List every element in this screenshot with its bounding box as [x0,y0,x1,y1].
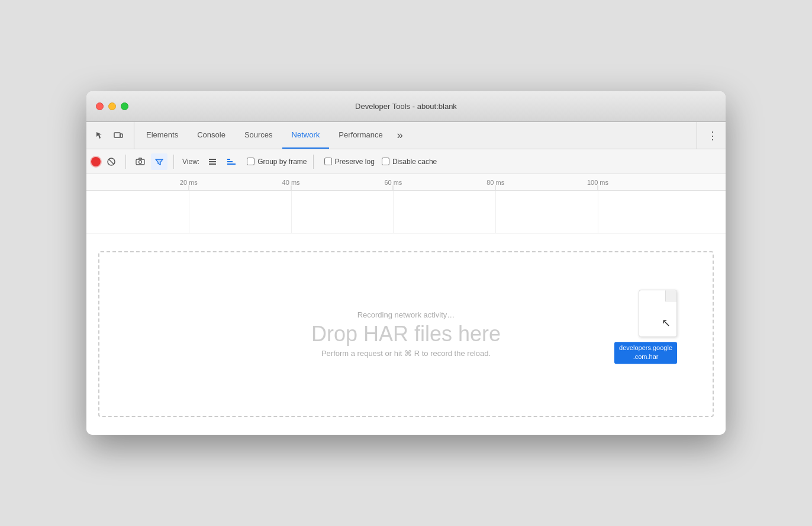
group-by-frame-option[interactable]: Group by frame [247,158,307,166]
ruler-mark-20ms: 20 ms [180,179,198,186]
file-preview: ↖ developers.google .com.har [614,290,677,364]
title-bar: Developer Tools - about:blank [86,91,726,122]
preserve-log-option[interactable]: Preserve log [324,158,375,166]
tabs-container: Elements Console Sources Network Perform… [137,122,697,149]
main-content: Recording network activity… Drop HAR fil… [86,233,726,435]
tab-console[interactable]: Console [188,122,235,149]
close-button[interactable] [96,102,104,110]
timeline-ruler: 20 ms 40 ms 60 ms 80 ms 100 ms [86,174,726,191]
tab-bar: Elements Console Sources Network Perform… [86,122,726,149]
minimize-button[interactable] [108,102,116,110]
tab-bar-left-icons [91,122,134,149]
svg-rect-11 [227,163,236,165]
ruler-mark-60ms: 60 ms [384,179,402,186]
svg-rect-6 [209,159,216,160]
traffic-lights [96,102,128,110]
tab-network[interactable]: Network [282,122,330,149]
tab-performance[interactable]: Performance [329,122,392,149]
devtools-window: Developer Tools - about:blank Elements C [86,91,726,435]
drop-har-text: Drop HAR files here [311,322,501,347]
inspect-icon[interactable] [91,127,108,144]
camera-icon[interactable] [132,153,149,170]
timeline-content [86,191,726,233]
svg-rect-7 [209,161,216,162]
filter-icon[interactable] [151,153,167,170]
window-title: Developer Tools - about:blank [355,102,457,111]
view-label: View: [182,158,199,166]
list-view-icon[interactable] [204,153,221,170]
tab-sources[interactable]: Sources [235,122,282,149]
maximize-button[interactable] [121,102,128,110]
ruler-mark-100ms: 100 ms [587,179,608,186]
recording-text: Recording network activity… [357,310,455,319]
toolbar-divider-1 [125,155,126,169]
svg-rect-8 [209,163,216,165]
waterfall-view-icon[interactable] [223,153,240,170]
ruler-mark-80ms: 80 ms [486,179,504,186]
svg-rect-0 [114,133,120,137]
tab-bar-right: ⋮ [697,122,721,149]
disable-cache-option[interactable]: Disable cache [382,158,437,166]
group-by-frame-checkbox[interactable] [247,158,254,165]
svg-point-5 [139,161,142,163]
network-toolbar: View: Group by frame Preserve log [86,149,726,174]
ruler-mark-40ms: 40 ms [282,179,300,186]
svg-rect-10 [227,161,233,162]
har-file-icon: ↖ [639,290,677,337]
drop-zone[interactable]: Recording network activity… Drop HAR fil… [98,251,714,417]
file-label: developers.google .com.har [614,342,677,364]
disable-cache-checkbox[interactable] [382,158,389,165]
preserve-log-checkbox[interactable] [324,158,332,165]
svg-line-3 [109,159,114,164]
svg-rect-9 [227,159,230,160]
toolbar-divider-2 [173,155,174,169]
tab-more-button[interactable]: » [392,122,408,149]
timeline-area: 20 ms 40 ms 60 ms 80 ms 100 ms [86,174,726,233]
cursor-icon: ↖ [662,316,671,329]
device-toggle-icon[interactable] [110,127,127,144]
clear-icon[interactable] [103,153,120,170]
svg-rect-1 [120,134,123,137]
perform-text: Perform a request or hit ⌘ R to record t… [321,349,491,358]
record-button[interactable] [91,157,101,166]
toolbar-divider-3 [313,155,314,169]
devtools-menu-icon[interactable]: ⋮ [704,127,721,144]
tab-elements[interactable]: Elements [137,122,188,149]
